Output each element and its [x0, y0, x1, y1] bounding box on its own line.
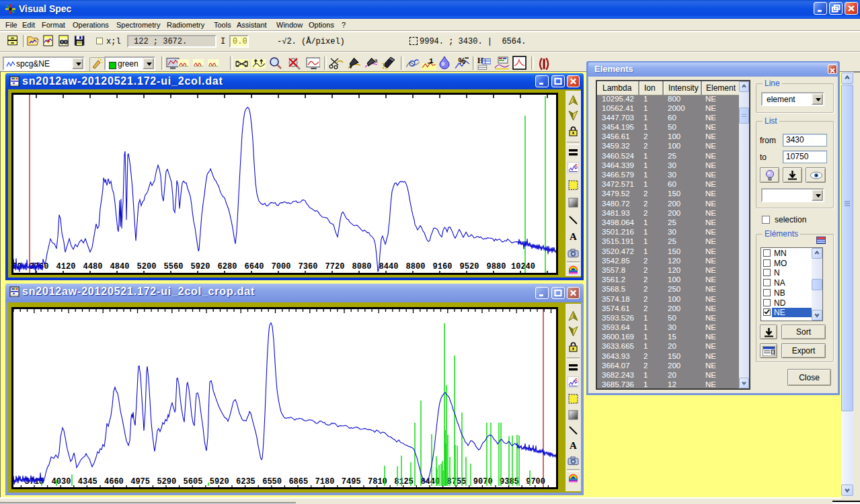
- svg-text:5560: 5560: [164, 262, 184, 271]
- svg-text:%: %: [459, 56, 466, 66]
- svg-text:8800: 8800: [406, 262, 426, 271]
- svg-text:4840: 4840: [110, 262, 130, 271]
- svg-text:6550: 6550: [262, 477, 282, 487]
- svg-text:4030: 4030: [52, 477, 71, 487]
- svg-text:8440: 8440: [379, 262, 399, 271]
- svg-text:6280: 6280: [218, 262, 237, 271]
- svg-text:4480: 4480: [83, 262, 103, 271]
- svg-text:9700: 9700: [526, 477, 545, 487]
- svg-text:8080: 8080: [352, 262, 372, 271]
- svg-text:6640: 6640: [245, 262, 264, 271]
- svg-text:6865: 6865: [288, 477, 308, 487]
- svg-text:1: 1: [429, 57, 434, 65]
- svg-text:5920: 5920: [210, 477, 229, 487]
- svg-text:4345: 4345: [78, 477, 97, 487]
- svg-text:7180: 7180: [315, 477, 335, 487]
- svg-text:10240: 10240: [511, 262, 535, 271]
- svg-text:7495: 7495: [342, 477, 361, 487]
- svg-text:A: A: [570, 231, 577, 242]
- svg-text:5605: 5605: [184, 477, 203, 487]
- svg-text:4660: 4660: [104, 477, 124, 487]
- svg-text:4120: 4120: [56, 262, 76, 271]
- svg-text:7000: 7000: [272, 262, 291, 271]
- svg-text:9070: 9070: [473, 477, 493, 487]
- svg-text:5920: 5920: [191, 262, 210, 271]
- svg-text:9520: 9520: [460, 262, 479, 271]
- svg-text:c: c: [575, 377, 578, 382]
- svg-text:A: A: [570, 440, 577, 451]
- svg-text:7720: 7720: [325, 262, 345, 271]
- svg-text:9880: 9880: [487, 262, 506, 271]
- svg-text:c: c: [575, 163, 578, 167]
- svg-text:6235: 6235: [236, 477, 256, 487]
- svg-text:5200: 5200: [137, 262, 157, 271]
- svg-text:9160: 9160: [433, 262, 453, 271]
- svg-text:7360: 7360: [299, 262, 318, 271]
- svg-text:a: a: [375, 57, 378, 64]
- svg-text:4975: 4975: [130, 477, 150, 487]
- svg-text:5290: 5290: [157, 477, 176, 487]
